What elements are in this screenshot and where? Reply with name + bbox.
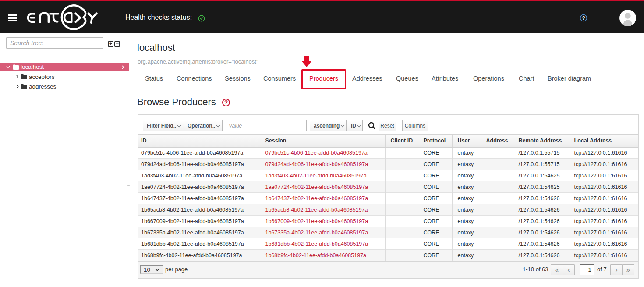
svg-text:?: ? [582, 15, 585, 21]
